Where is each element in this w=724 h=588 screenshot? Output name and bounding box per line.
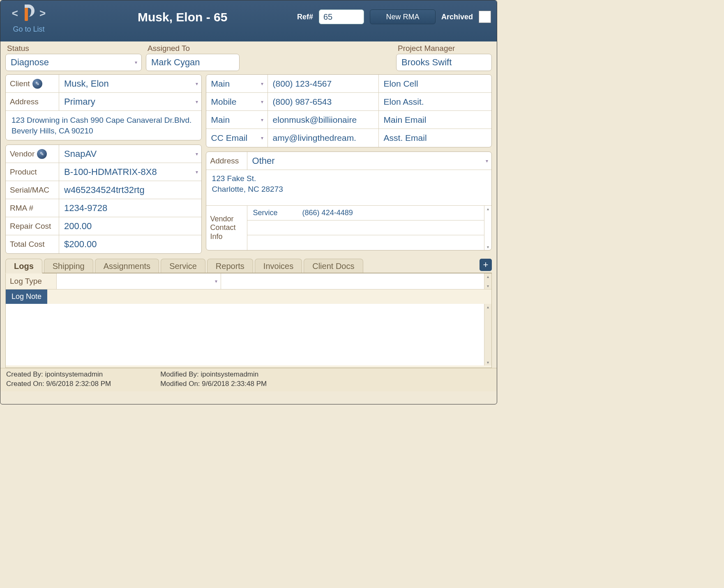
client-card: Client ✎ Musk, Elon ▾ Address Primary ▾ … (5, 74, 202, 140)
add-tab-button[interactable]: + (480, 259, 492, 271)
contact-desc[interactable]: Main Email (379, 111, 491, 129)
vendor-addr-block: 123 Fake St. Charlotte, NC 28273 (206, 170, 491, 205)
chevron-down-icon: ▾ (196, 99, 198, 105)
scroll-up-icon[interactable]: ▴ (487, 305, 489, 309)
total-cost-value: $200.00 (59, 235, 201, 253)
contact-row: CC Email▾ amy@livingthedream. Asst. Emai… (206, 129, 491, 147)
log-note-button[interactable]: Log Note (6, 289, 47, 304)
chevron-down-icon: ▾ (196, 81, 198, 87)
contact-type-select[interactable]: Main▾ (206, 75, 268, 92)
scroll-down-icon[interactable]: ▾ (487, 284, 489, 288)
tab-assignments[interactable]: Assignments (95, 259, 159, 273)
tab-invoices[interactable]: Invoices (255, 259, 302, 273)
page-title: Musk, Elon - 65 (138, 10, 227, 24)
tab-reports[interactable]: Reports (207, 259, 253, 273)
go-to-list-link[interactable]: Go to List (13, 25, 44, 34)
scroll-up-icon[interactable]: ▴ (487, 274, 489, 279)
contact-desc[interactable]: Elon Cell (379, 75, 491, 92)
vci-row[interactable] (247, 235, 484, 250)
product-select[interactable]: B-100-HDMATRIX-8X8 ▾ (59, 163, 201, 181)
client-address-value: Primary (64, 96, 95, 107)
tab-body: Log Type ▾ ▴ ▾ Log Note ▴ ▾ (5, 273, 492, 368)
status-select[interactable]: Diagnose ▾ (5, 54, 142, 71)
serial-input[interactable]: w465234524trt32rtg (59, 181, 201, 199)
nav-cluster: < > Go to List (6, 4, 51, 34)
contact-type-select[interactable]: Mobile▾ (206, 93, 268, 110)
footer: Created By: ipointsystemadmin Created On… (0, 368, 497, 391)
contact-row: Main▾ (800) 123-4567 Elon Cell (206, 75, 491, 93)
vci-label: Vendor Contact Info (206, 206, 247, 250)
rma-label: RMA # (6, 199, 59, 217)
tab-shipping[interactable]: Shipping (44, 259, 93, 273)
vci-body: Service (866) 424-4489 (247, 206, 484, 250)
repair-cost-input[interactable]: 200.00 (59, 217, 201, 235)
vendor-label: Vendor ✎ (6, 145, 59, 163)
scrollbar[interactable]: ▴ ▾ (484, 304, 491, 365)
assigned-input[interactable]: Mark Cygan (146, 54, 240, 71)
contact-value[interactable]: elonmusk@billiionaire (268, 111, 379, 129)
repair-cost-label: Repair Cost (6, 217, 59, 235)
contact-value[interactable]: amy@livingthedream. (268, 129, 379, 147)
nav-prev-icon[interactable]: < (12, 7, 18, 20)
contact-type-select[interactable]: CC Email▾ (206, 129, 268, 147)
vci-row[interactable]: Service (866) 424-4489 (247, 206, 484, 220)
created-info: Created By: ipointsystemadmin Created On… (6, 370, 111, 389)
scroll-up-icon[interactable]: ▴ (487, 207, 489, 211)
contact-desc[interactable]: Elon Assit. (379, 93, 491, 110)
vendor-select[interactable]: SnapAV ▾ (59, 145, 201, 163)
scroll-down-icon[interactable]: ▾ (487, 245, 489, 249)
edit-icon[interactable]: ✎ (37, 149, 47, 159)
modified-info: Modified By: ipointsystemadmin Modified … (160, 370, 267, 389)
top-fields: Status Diagnose ▾ Assigned To Mark Cygan… (0, 41, 497, 73)
tab-client-docs[interactable]: Client Docs (304, 259, 363, 273)
log-type-text[interactable] (221, 273, 484, 289)
chevron-down-icon: ▾ (486, 158, 488, 164)
tab-service[interactable]: Service (161, 259, 205, 273)
header-right: Ref# New RMA Archived (297, 9, 491, 24)
product-label: Product (6, 163, 59, 181)
client-address-select[interactable]: Primary ▾ (59, 93, 201, 110)
edit-icon[interactable]: ✎ (32, 79, 42, 89)
rma-input[interactable]: 1234-9728 (59, 199, 201, 217)
chevron-down-icon: ▾ (215, 278, 217, 284)
contact-desc[interactable]: Asst. Email (379, 129, 491, 147)
log-type-row: Log Type ▾ ▴ ▾ (6, 273, 491, 289)
assigned-value: Mark Cygan (151, 57, 200, 68)
left-column: Client ✎ Musk, Elon ▾ Address Primary ▾ … (5, 74, 202, 254)
log-type-select[interactable]: ▾ (57, 273, 221, 289)
client-select[interactable]: Musk, Elon ▾ (59, 75, 201, 92)
ref-input[interactable] (319, 9, 364, 24)
chevron-down-icon: ▾ (196, 169, 198, 175)
tab-bar: Logs Shipping Assignments Service Report… (5, 258, 492, 273)
contact-row: Main▾ elonmusk@billiionaire Main Email (206, 111, 491, 129)
contact-value[interactable]: (800) 987-6543 (268, 93, 379, 110)
contacts-card: Main▾ (800) 123-4567 Elon Cell Mobile▾ (… (206, 74, 492, 147)
new-rma-button[interactable]: New RMA (370, 9, 436, 24)
scrollbar[interactable]: ▴ ▾ (484, 206, 491, 250)
product-value: B-100-HDMATRIX-8X8 (64, 167, 157, 177)
archived-label: Archived (441, 13, 473, 21)
chevron-down-icon: ▾ (261, 135, 263, 141)
contact-row: Mobile▾ (800) 987-6543 Elon Assit. (206, 93, 491, 111)
contact-type-select[interactable]: Main▾ (206, 111, 268, 129)
chevron-down-icon: ▾ (261, 81, 263, 87)
tab-logs[interactable]: Logs (5, 259, 42, 273)
vendor-addr-select[interactable]: Other ▾ (247, 152, 491, 170)
pm-input[interactable]: Brooks Swift (396, 54, 492, 71)
nav-next-icon[interactable]: > (39, 7, 46, 20)
chevron-down-icon: ▾ (261, 117, 263, 123)
log-type-label: Log Type (6, 273, 57, 289)
scrollbar[interactable]: ▴ ▾ (484, 273, 491, 289)
total-cost-label: Total Cost (6, 235, 59, 253)
vendor-addr-label: Address (206, 152, 247, 170)
archived-checkbox[interactable] (479, 11, 491, 23)
tabs-section: Logs Shipping Assignments Service Report… (5, 258, 492, 368)
log-textarea[interactable] (6, 304, 484, 365)
client-value: Musk, Elon (64, 78, 109, 89)
scroll-down-icon[interactable]: ▾ (487, 360, 489, 365)
contact-value[interactable]: (800) 123-4567 (268, 75, 379, 92)
assigned-label: Assigned To (148, 44, 240, 53)
ref-label: Ref# (297, 13, 313, 21)
main-grid: Client ✎ Musk, Elon ▾ Address Primary ▾ … (0, 73, 497, 255)
vci-row[interactable] (247, 220, 484, 235)
